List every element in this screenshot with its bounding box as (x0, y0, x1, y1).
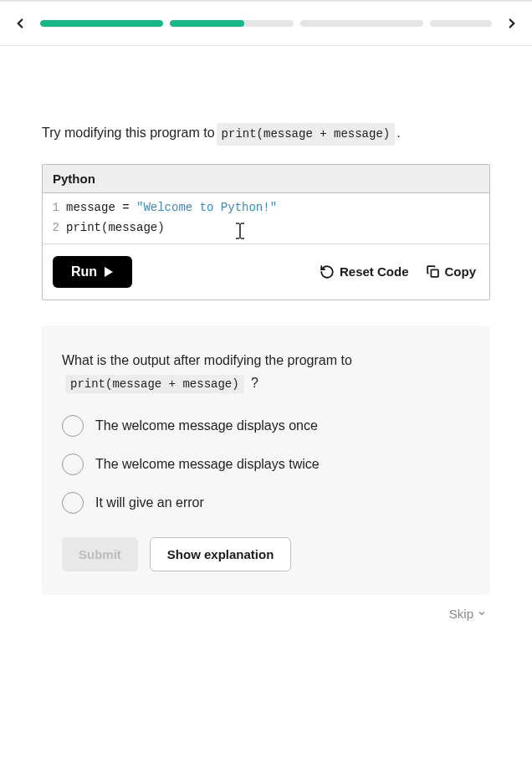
skip-label: Skip (449, 607, 473, 621)
chevron-left-icon[interactable] (10, 13, 30, 33)
radio-icon (62, 415, 84, 437)
submit-button: Submit (62, 537, 138, 571)
instruction-suffix: . (396, 123, 400, 143)
progress-seg-2 (170, 20, 293, 27)
code-line: message = "Welcome to Python!" (66, 198, 489, 218)
question-code: print(message + message) (65, 375, 244, 393)
code-line: print(message) (66, 218, 489, 238)
chevron-right-icon[interactable] (502, 13, 522, 33)
copy-icon (426, 264, 440, 279)
reset-button[interactable]: Reset Code (316, 261, 412, 283)
progress-seg-4 (430, 20, 492, 27)
option-label: The welcome message displays once (95, 418, 318, 433)
line-gutter: 1 2 (43, 198, 66, 238)
quiz-option[interactable]: It will give an error (62, 492, 470, 514)
reset-label: Reset Code (340, 264, 409, 279)
radio-icon (62, 492, 84, 514)
instruction: Try modifying this program to print(mess… (42, 123, 490, 146)
svg-rect-1 (431, 269, 438, 277)
reset-icon (320, 264, 335, 279)
copy-button[interactable]: Copy (422, 261, 480, 282)
run-button[interactable]: Run (53, 256, 132, 288)
run-label: Run (71, 264, 97, 279)
option-label: The welcome message displays twice (95, 457, 320, 472)
progress-track (40, 20, 492, 27)
instruction-code: print(message + message) (217, 123, 396, 146)
quiz-options: The welcome message displays once The we… (62, 415, 470, 514)
copy-label: Copy (445, 264, 477, 279)
progress-seg-1 (40, 20, 163, 27)
skip-button[interactable]: Skip (449, 607, 487, 621)
line-num: 1 (43, 198, 59, 218)
chevron-down-icon (477, 608, 487, 618)
quiz-option[interactable]: The welcome message displays once (62, 415, 470, 437)
progress-seg-3 (300, 20, 423, 27)
skip-row: Skip (42, 595, 490, 621)
code-actions: Run Reset Code Copy (43, 244, 489, 300)
code-panel: Python 1 2 message = "Welcome to Python!… (42, 164, 490, 300)
show-explanation-button[interactable]: Show explanation (150, 537, 292, 571)
play-icon (104, 267, 114, 277)
code-language-label: Python (43, 165, 489, 193)
option-label: It will give an error (95, 495, 204, 510)
instruction-prefix: Try modifying this program to (42, 123, 215, 143)
quiz-question: What is the output after modifying the p… (62, 349, 470, 395)
code-lines: message = "Welcome to Python!"print(mess… (66, 198, 489, 238)
quiz-option[interactable]: The welcome message displays twice (62, 453, 470, 475)
content: Try modifying this program to print(mess… (0, 123, 532, 621)
line-num: 2 (43, 218, 59, 238)
radio-icon (62, 453, 84, 475)
quiz-panel: What is the output after modifying the p… (42, 325, 490, 595)
text-cursor-icon (233, 222, 247, 248)
nav-bar (0, 2, 532, 46)
question-prefix: What is the output after modifying the p… (62, 353, 352, 367)
question-suffix: ? (251, 376, 258, 390)
code-editor[interactable]: 1 2 message = "Welcome to Python!"print(… (43, 193, 489, 244)
svg-marker-0 (105, 267, 113, 277)
quiz-actions: Submit Show explanation (62, 537, 470, 571)
